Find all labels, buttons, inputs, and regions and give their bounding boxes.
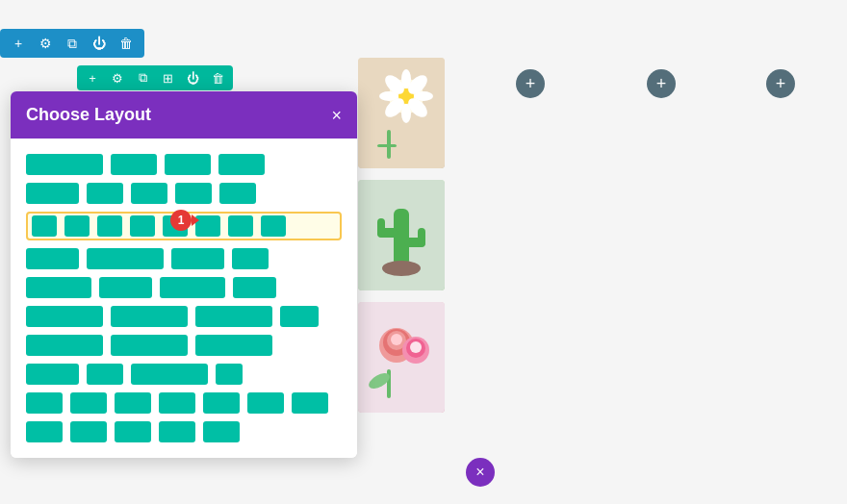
layout-block [247, 392, 284, 414]
layout-block [280, 306, 319, 327]
layout-row[interactable] [26, 421, 342, 442]
add-column-button-2[interactable]: + [647, 69, 676, 98]
layout-block [97, 215, 122, 237]
layout-block [203, 421, 240, 442]
svg-point-27 [410, 341, 422, 353]
layout-row[interactable] [26, 335, 342, 356]
close-bottom-button[interactable]: × [466, 458, 495, 487]
layout-block [261, 215, 286, 237]
layout-row-highlighted[interactable]: 1 [26, 212, 342, 240]
layout-block [228, 215, 253, 237]
layout-row[interactable] [26, 248, 342, 269]
svg-rect-0 [358, 58, 445, 168]
settings-icon-2[interactable]: ⚙ [110, 70, 125, 86]
svg-point-24 [391, 334, 402, 345]
layout-row[interactable] [26, 364, 342, 385]
badge: 1 [170, 210, 192, 231]
top-toolbar: + ⚙ ⧉ ⏻ 🗑 [0, 29, 144, 58]
layout-block [165, 154, 211, 175]
layout-block [111, 154, 157, 175]
layout-row[interactable] [26, 392, 342, 414]
add-column-button-3[interactable]: + [766, 69, 795, 98]
layout-row[interactable] [26, 183, 342, 204]
layout-block [203, 392, 240, 414]
layout-block [159, 421, 195, 442]
layout-block [26, 392, 63, 414]
photo-2 [358, 180, 445, 290]
modal-title: Choose Layout [26, 105, 151, 125]
copy-icon[interactable]: ⧉ [64, 35, 81, 52]
layout-block [64, 215, 90, 237]
layout-block [195, 335, 272, 356]
layout-row[interactable] [26, 306, 342, 327]
svg-rect-16 [377, 218, 385, 238]
layout-block [26, 248, 79, 269]
svg-rect-28 [387, 369, 391, 398]
layout-block [131, 183, 167, 204]
layout-block [87, 248, 164, 269]
layout-block [219, 183, 256, 204]
layout-block [87, 364, 123, 385]
layout-block [159, 392, 195, 414]
layout-block [171, 248, 224, 269]
svg-rect-18 [418, 228, 425, 247]
delete-icon-2[interactable]: 🗑 [210, 70, 225, 86]
modal-body: 1 [11, 139, 357, 458]
layout-block [130, 215, 155, 237]
layout-block [216, 364, 243, 385]
photo-3 [358, 302, 445, 413]
second-toolbar: + ⚙ ⧉ ⊞ ⏻ 🗑 [77, 65, 233, 90]
copy-icon-2[interactable]: ⧉ [135, 70, 150, 86]
layout-block [70, 421, 107, 442]
power-icon[interactable]: ⏻ [90, 35, 108, 52]
layout-block [160, 277, 225, 298]
layout-block [195, 306, 272, 327]
layout-block [32, 215, 57, 237]
grid-icon[interactable]: ⊞ [160, 70, 175, 86]
layout-block [232, 248, 269, 269]
layout-block [292, 392, 328, 414]
layout-block [175, 183, 212, 204]
add-icon[interactable]: + [10, 35, 27, 52]
layout-block [26, 306, 103, 327]
svg-rect-12 [377, 144, 397, 147]
layout-row[interactable] [26, 277, 342, 298]
svg-rect-14 [394, 209, 409, 266]
layout-block [99, 277, 152, 298]
layout-block [87, 183, 123, 204]
photo-area [358, 58, 445, 413]
add-column-button-1[interactable]: + [516, 69, 545, 98]
delete-icon[interactable]: 🗑 [117, 35, 135, 52]
layout-block [111, 335, 188, 356]
layout-block [26, 183, 79, 204]
modal-header: Choose Layout × [11, 91, 357, 139]
layout-block [115, 392, 151, 414]
modal-close-button[interactable]: × [331, 107, 342, 124]
photo-1 [358, 58, 445, 168]
layout-block [26, 277, 91, 298]
layout-block [233, 277, 276, 298]
choose-layout-modal: Choose Layout × 1 [11, 91, 357, 458]
power-icon-2[interactable]: ⏻ [185, 70, 200, 86]
layout-block [26, 364, 79, 385]
layout-block [26, 421, 63, 442]
layout-block [70, 392, 107, 414]
layout-block [26, 154, 103, 175]
svg-point-19 [382, 261, 421, 276]
layout-block [218, 154, 265, 175]
layout-grid: 1 [26, 154, 342, 442]
layout-row[interactable] [26, 154, 342, 175]
settings-icon[interactable]: ⚙ [37, 35, 54, 52]
layout-block [26, 335, 103, 356]
layout-block [115, 421, 151, 442]
layout-block [131, 364, 208, 385]
layout-block [111, 306, 188, 327]
add-icon-2[interactable]: + [85, 70, 100, 86]
